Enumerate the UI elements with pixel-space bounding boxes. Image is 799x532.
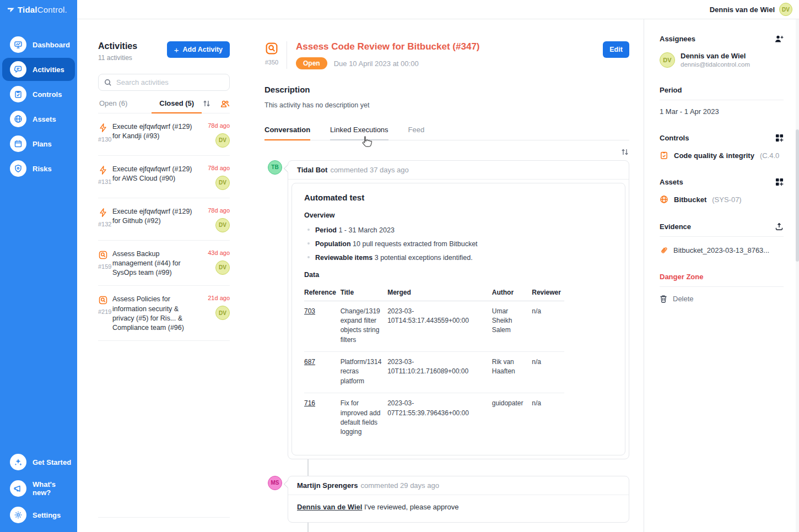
assets-heading: Assets: [660, 178, 683, 186]
automated-test-title: Automated test: [304, 193, 613, 202]
sort-comments-icon[interactable]: [620, 148, 629, 156]
control-name: Code quality & integrity: [674, 151, 754, 160]
reference-link[interactable]: 703: [304, 307, 315, 315]
avatar: DV: [660, 52, 675, 68]
delete-button[interactable]: Delete: [660, 295, 784, 303]
activity-list-item[interactable]: #159 Assess Backup management (#44) for …: [98, 241, 230, 286]
period-heading: Period: [660, 86, 682, 94]
tab-feed[interactable]: Feed: [408, 126, 425, 140]
period-value: 1 Mar - 1 Apr 2023: [660, 107, 784, 116]
manage-assets-icon[interactable]: [775, 178, 784, 186]
sidebar-item-label: Plans: [33, 140, 52, 148]
sidebar-item-whats-new[interactable]: What's new?: [2, 477, 75, 500]
bolt-icon: [98, 165, 112, 175]
gear-icon: [10, 507, 26, 523]
cell-author: guidopater: [492, 393, 532, 444]
activity-title: Assess Policies for information security…: [112, 295, 201, 333]
activities-count: 11 activities: [98, 54, 137, 62]
tab-open[interactable]: Open (6): [98, 99, 128, 112]
dashboard-icon: [10, 36, 26, 53]
comment-text: I've reviewed, please approve: [364, 503, 459, 511]
sidebar-item-controls[interactable]: Controls: [2, 83, 75, 106]
search-activities-input[interactable]: [116, 78, 224, 86]
tab-closed[interactable]: Closed (5): [152, 99, 202, 113]
topbar: Dennis van de Wiel DV: [77, 0, 799, 19]
sidebar-item-plans[interactable]: Plans: [2, 132, 75, 155]
cell-author: Rik van Haaften: [492, 352, 532, 393]
cell-title: Fix for improved add default fields logg…: [341, 393, 387, 444]
column-header: Merged: [387, 285, 492, 301]
overview-bullet: Period 1 - 31 March 2023: [304, 226, 613, 234]
activity-avatar: DV: [215, 306, 230, 320]
topbar-user-name: Dennis van de Wiel: [710, 6, 775, 14]
sidebar-item-risks[interactable]: Risks: [2, 157, 75, 180]
manage-controls-icon[interactable]: [775, 134, 784, 142]
evidence-section: Evidence Bitbucket_2023-03-13_8763...: [660, 222, 784, 254]
controls-section: Controls Code quality & integrity (C.4.0: [660, 134, 784, 160]
globe-icon: [10, 111, 26, 127]
sidebar-item-label: Activities: [33, 66, 64, 74]
bullet-dot: [307, 229, 310, 231]
upload-icon[interactable]: [775, 222, 784, 231]
comment-author[interactable]: Tidal Bot: [297, 166, 327, 174]
plus-icon: +: [174, 46, 179, 54]
sort-icon[interactable]: [202, 100, 211, 107]
search-icon: [104, 79, 112, 86]
activity-list-item[interactable]: #219 Assess Policies for information sec…: [98, 286, 230, 341]
overview-heading: Overview: [304, 211, 613, 219]
asset-item[interactable]: Bitbucket (SYS-07): [660, 195, 784, 204]
activity-id: #219: [98, 308, 112, 315]
scrollbar-thumb[interactable]: [796, 129, 799, 262]
assignee-filter-icon[interactable]: [220, 100, 230, 108]
activity-avatar: DV: [215, 218, 230, 232]
thread-connector: [307, 459, 309, 476]
description-heading: Description: [264, 85, 629, 94]
comment-author[interactable]: Martijn Sprengers: [297, 481, 358, 490]
add-activity-button[interactable]: + Add Activity: [167, 41, 230, 58]
add-assignee-icon[interactable]: [774, 35, 784, 43]
control-item[interactable]: Code quality & integrity (C.4.0: [660, 151, 784, 160]
assignee-item[interactable]: DV Dennis van de Wiel dennis@tidalcontro…: [660, 52, 784, 68]
activity-list-item[interactable]: #130 Execute ejfqwfqwrf (#129) for Kandj…: [98, 113, 230, 156]
sidebar-item-label: Dashboard: [33, 41, 70, 49]
danger-zone-heading: Danger Zone: [660, 273, 703, 281]
scrollbar-track[interactable]: [796, 19, 799, 532]
sidebar-item-settings[interactable]: Settings: [2, 503, 75, 526]
asset-name: Bitbucket: [674, 196, 706, 204]
assess-icon: [98, 250, 112, 260]
activity-avatar: DV: [215, 133, 230, 148]
pull-requests-table: Reference Title Merged Author Reviewer: [304, 285, 564, 444]
sidebar-item-activities[interactable]: Activities: [2, 58, 75, 81]
activity-age: 78d ago: [208, 207, 230, 214]
sidebar-item-assets[interactable]: Assets: [2, 107, 75, 131]
sidebar-item-get-started[interactable]: Get Started: [2, 450, 75, 474]
sidebar-item-dashboard[interactable]: Dashboard: [2, 33, 75, 56]
column-header: Title: [341, 285, 387, 301]
activity-id: #159: [98, 263, 112, 270]
brand-logo[interactable]: TidalControl.: [0, 0, 77, 19]
reference-link[interactable]: 687: [304, 358, 315, 366]
description-text: This activity has no description yet: [264, 101, 629, 109]
table-row: 687 Platform/1314 recras platform 2023-0…: [304, 352, 564, 393]
reference-link[interactable]: 716: [304, 399, 315, 407]
divider: [660, 236, 784, 237]
search-activities-box[interactable]: [98, 74, 230, 91]
due-date: Due 10 April 2023 at 00:00: [334, 59, 419, 68]
activity-age: 78d ago: [208, 165, 230, 171]
bolt-icon: [98, 123, 112, 133]
tab-conversation[interactable]: Conversation: [264, 126, 310, 140]
edit-button[interactable]: Edit: [603, 41, 629, 58]
user-mention[interactable]: Dennis van de Wiel: [297, 503, 362, 511]
activity-list-item[interactable]: #131 Execute ejfqwfqwrf (#129) for AWS C…: [98, 156, 230, 198]
activity-list-item[interactable]: #132 Execute ejfqwfqwrf (#129) for Githu…: [98, 198, 230, 241]
cell-title: Platform/1314 recras platform: [341, 352, 387, 393]
activity-avatar: DV: [215, 176, 230, 190]
evidence-item[interactable]: Bitbucket_2023-03-13_8763...: [660, 246, 784, 254]
brand-mark-icon: [7, 6, 15, 14]
sidebar-item-label: Get Started: [33, 458, 71, 466]
table-row: 703 Change/1319 expand filter objects st…: [304, 301, 564, 352]
avatar: MS: [268, 476, 282, 490]
cell-author: Umar Sheikh Salem: [492, 301, 532, 352]
topbar-avatar[interactable]: DV: [779, 3, 792, 16]
shield-icon: [10, 160, 26, 177]
